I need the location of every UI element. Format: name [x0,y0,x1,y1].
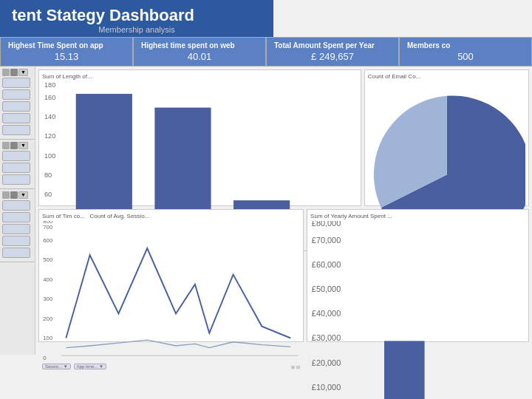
line-chart-footer: Sessio... ▼ App time... ▼ ⊞ ⊟ [42,364,300,369]
y-yearly-20k: £20,000 [312,358,341,367]
sidebar-controls-2: ▼ [2,142,33,149]
yearly-chart-panel: Sum of Yearly Amount Spent ... £- £10,00… [307,209,529,342]
y-line-200: 200 [43,316,53,322]
line-chart-inner: 0 100 200 300 400 500 600 700 800 [42,221,300,362]
line-chart-title: Sum of Tim co... Count of Avg. Sessio... [42,213,300,219]
main-area: ▼ ▼ ▼ [0,66,532,355]
sidebar-icon-3b [10,191,18,199]
kpi-row: Highest Time Spent on app15.13Highest ti… [0,37,532,66]
line-chart-panel: Sum of Tim co... Count of Avg. Sessio...… [38,209,304,342]
sidebar-controls-3: ▼ [2,191,33,199]
y-label-100: 100 [44,152,55,160]
sidebar-section-3: ▼ [0,189,35,262]
sidebar-icon-1a [2,69,10,76]
sidebar-filter-1[interactable]: ▼ [18,69,28,76]
sidebar-item-2[interactable] [2,89,30,100]
sidebar-item-10[interactable] [2,212,30,222]
page-title: tent Stategy Dashboard [12,6,262,25]
sidebar-section-1: ▼ [0,66,35,140]
page-subtitle: Membership analysis [12,25,262,34]
sidebar-item-1[interactable] [2,78,30,88]
y-line-0: 0 [43,354,47,361]
kpi-card-0: Highest Time Spent on app15.13 [0,37,133,66]
y-label-60: 60 [44,191,52,198]
sidebar-item-8[interactable] [2,174,30,185]
line-filter-apptime[interactable]: App time... ▼ [74,364,106,369]
yearly-chart-title: Sum of Yearly Amount Spent ... [310,213,525,219]
sidebar-icon-3a [2,191,10,199]
y-yearly-50k: £50,000 [312,284,341,293]
kpi-value-1: 40.01 [141,51,258,62]
y-yearly-80k: £80,000 [312,221,341,228]
sidebar-item-7[interactable] [2,163,30,173]
sidebar-item-13[interactable] [2,248,30,258]
pie-chart-panel: Count of Email Co... Values [364,69,529,206]
line-title-1: Sum of Tim co... [42,213,85,219]
kpi-value-2: £ 249,657 [274,51,391,62]
yearly-chart-inner: £- £10,000 £20,000 £30,000 £40,000 £50,0… [310,221,525,399]
sidebar-controls-1: ▼ [2,69,33,76]
sidebar-item-11[interactable] [2,224,30,234]
bar-chart-title: Sum of Length of... [42,73,358,80]
bar-high [384,341,425,399]
y-line-300: 300 [43,296,53,302]
sidebar-filter-2[interactable]: ▼ [18,142,28,149]
y-line-600: 600 [43,237,53,244]
y-line-100: 100 [43,335,53,341]
header: tent Stategy Dashboard Membership analys… [0,0,273,37]
charts-bottom-row: Sum of Tim co... Count of Avg. Sessio...… [38,209,529,342]
sidebar-item-12[interactable] [2,236,30,246]
line-filter-session[interactable]: Sessio... ▼ [42,364,71,369]
sidebar-item-4[interactable] [2,113,30,123]
kpi-label-0: Highest Time Spent on app [8,41,125,50]
line-session-count [66,340,290,348]
sidebar-item-6[interactable] [2,151,30,161]
yearly-chart-svg: £- £10,000 £20,000 £30,000 £40,000 £50,0… [310,221,525,399]
y-line-400: 400 [43,276,53,283]
sidebar-filter-3[interactable]: ▼ [18,191,28,199]
kpi-label-1: Highest time spent on web [141,41,258,50]
bar-chart-panel: Sum of Length of... 0 20 40 60 80 100 12… [38,69,361,206]
line-title-2: Count of Avg. Sessio... [89,213,149,219]
line-chart-svg: 0 100 200 300 400 500 600 700 800 [42,221,300,362]
y-yearly-10k: £10,000 [312,383,341,392]
kpi-card-2: Total Amount Spent per Year£ 249,657 [266,37,399,66]
y-label-180: 180 [44,81,55,89]
sidebar-icon-2a [2,142,10,149]
sidebar-item-9[interactable] [2,200,30,211]
y-line-800: 800 [43,221,53,225]
kpi-value-0: 15.13 [8,51,125,62]
line-app-time [66,248,290,338]
pie-chart-title: Count of Email Co... [368,73,525,80]
kpi-label-2: Total Amount Spent per Year [274,41,391,50]
y-label-160: 160 [44,94,55,101]
sidebar-icon-2b [10,142,18,149]
charts-area: Sum of Length of... 0 20 40 60 80 100 12… [35,66,532,355]
y-label-80: 80 [44,171,52,179]
sidebar: ▼ ▼ ▼ [0,66,35,355]
y-yearly-70k: £70,000 [312,235,341,244]
y-label-140: 140 [44,113,55,120]
kpi-card-1: Highest time spent on web40.01 [133,37,266,66]
y-line-500: 500 [43,256,53,263]
y-yearly-60k: £60,000 [312,260,341,269]
kpi-label-3: Members co [407,41,524,50]
top-header-area: tent Stategy Dashboard Membership analys… [0,0,532,37]
charts-top-row: Sum of Length of... 0 20 40 60 80 100 12… [38,69,529,206]
kpi-value-3: 500 [407,51,524,62]
kpi-card-3: Members co500 [399,37,532,66]
sidebar-section-2: ▼ [0,140,35,189]
y-label-120: 120 [44,132,55,140]
y-yearly-40k: £40,000 [312,309,341,318]
line-zoom-control: ⊞ ⊟ [291,364,300,369]
header-bg [273,0,532,37]
y-yearly-30k: £30,000 [312,333,341,342]
y-line-700: 700 [43,223,53,230]
sidebar-item-5[interactable] [2,125,30,135]
sidebar-item-3[interactable] [2,101,30,112]
sidebar-icon-1b [10,69,18,76]
